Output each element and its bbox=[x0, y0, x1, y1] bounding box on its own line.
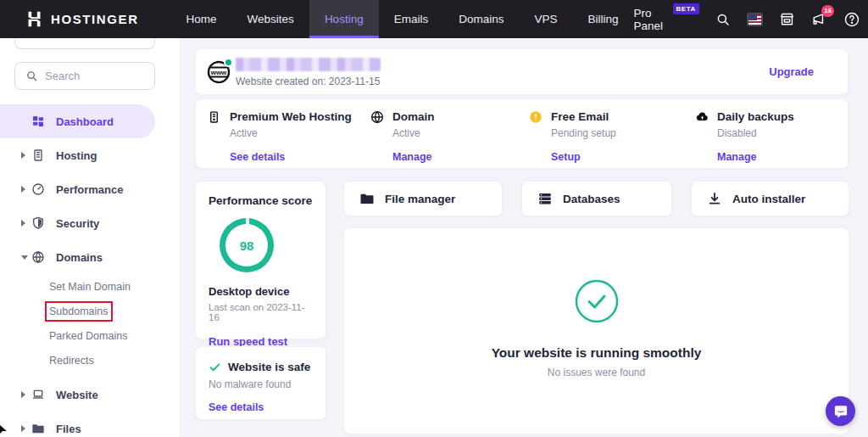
website-header-card: www Website created on: 2023-11-15 Upgra… bbox=[195, 48, 849, 95]
pro-panel-label: Pro Panel bbox=[634, 7, 670, 32]
performance-title: Performance score bbox=[209, 194, 313, 207]
sidebar-item-label: Files bbox=[56, 423, 81, 435]
chevron-right-icon bbox=[21, 186, 25, 193]
check-icon bbox=[209, 361, 221, 373]
sidebar-search-icon bbox=[25, 70, 38, 82]
performance-score-card: Performance score 98 Desktop device Last… bbox=[195, 181, 326, 339]
service-email: Free Email Pending setup Setup bbox=[529, 110, 616, 163]
manage-domain-link[interactable]: Manage bbox=[392, 151, 435, 163]
search-icon[interactable] bbox=[715, 11, 731, 28]
sidebar-subitem-redirects[interactable]: Redirects bbox=[0, 348, 180, 373]
sidebar-item-website[interactable]: Website bbox=[0, 378, 180, 412]
website-health-card: Your website is running smoothly No issu… bbox=[343, 227, 849, 434]
sidebar-item-files[interactable]: Files bbox=[0, 412, 180, 437]
file-manager-card[interactable]: File manager bbox=[343, 181, 503, 216]
manage-backups-link[interactable]: Manage bbox=[717, 151, 794, 163]
subitem-label: Redirects bbox=[49, 355, 94, 367]
health-subtitle: No issues were found bbox=[344, 367, 849, 378]
chat-icon bbox=[833, 404, 849, 419]
services-status-card: Premium Web Hosting Active See details D… bbox=[195, 98, 849, 169]
brand-name: HOSTINGER bbox=[51, 12, 139, 26]
nav-item-hosting[interactable]: Hosting bbox=[309, 0, 379, 38]
sidebar: Search Dashboard Hosting bbox=[0, 38, 181, 437]
top-navbar: HOSTINGER Home Websites Hosting Emails D… bbox=[0, 0, 868, 38]
live-chat-button[interactable] bbox=[826, 396, 855, 426]
website-selector-cutoff[interactable] bbox=[14, 38, 155, 49]
database-icon bbox=[537, 191, 553, 206]
nav-right-controls: Pro Panel BETA 16 bbox=[634, 0, 868, 38]
service-name: Daily backups bbox=[717, 110, 794, 123]
sidebar-subitem-parked-domains[interactable]: Parked Domains bbox=[0, 323, 180, 348]
chevron-right-icon bbox=[21, 425, 25, 432]
www-globe-icon: www bbox=[205, 59, 232, 86]
performance-score-value: 98 bbox=[220, 218, 274, 272]
nav-item-billing[interactable]: Billing bbox=[572, 0, 633, 38]
service-status: Active bbox=[392, 127, 435, 139]
chevron-right-icon bbox=[21, 220, 25, 227]
redacted-domain-name bbox=[236, 58, 381, 71]
mouse-cursor bbox=[0, 422, 8, 437]
sidebar-item-label: Dashboard bbox=[56, 115, 114, 128]
service-domain: Domain Active Manage bbox=[370, 110, 435, 163]
safety-subtitle: No malware found bbox=[209, 378, 313, 390]
download-icon bbox=[707, 191, 722, 206]
sidebar-item-label: Performance bbox=[56, 183, 123, 196]
svg-text:www: www bbox=[210, 69, 227, 76]
nav-menu: Home Websites Hosting Emails Domains VPS… bbox=[171, 0, 634, 38]
nav-item-emails[interactable]: Emails bbox=[379, 0, 444, 38]
hostinger-logo[interactable]: HOSTINGER bbox=[0, 0, 171, 38]
sidebar-item-hosting[interactable]: Hosting bbox=[0, 138, 180, 172]
sidebar-menu: Dashboard Hosting Performance bbox=[0, 104, 180, 437]
auto-installer-label: Auto installer bbox=[732, 193, 805, 205]
safety-see-details-link[interactable]: See details bbox=[209, 401, 313, 413]
warning-icon bbox=[529, 110, 543, 124]
sidebar-item-label: Hosting bbox=[56, 149, 97, 162]
see-details-link[interactable]: See details bbox=[230, 151, 352, 163]
help-icon[interactable] bbox=[843, 11, 860, 28]
performance-last-scan: Last scan on 2023-11-16 bbox=[209, 302, 313, 322]
sidebar-subitem-set-main-domain[interactable]: Set Main Domain bbox=[0, 274, 180, 299]
sidebar-subitem-subdomains[interactable]: Subdomains bbox=[0, 299, 180, 323]
website-safety-card: Website is safe No malware found See det… bbox=[195, 346, 326, 420]
health-title: Your website is running smoothly bbox=[344, 345, 849, 361]
chevron-right-icon bbox=[21, 152, 25, 159]
megaphone-icon[interactable]: 16 bbox=[811, 11, 827, 28]
sidebar-item-performance[interactable]: Performance bbox=[0, 172, 180, 206]
sidebar-item-label: Security bbox=[56, 217, 99, 230]
nav-item-domains[interactable]: Domains bbox=[443, 0, 519, 38]
folder-icon bbox=[31, 422, 46, 435]
subitem-label: Set Main Domain bbox=[49, 281, 131, 293]
sidebar-item-security[interactable]: Security bbox=[0, 206, 180, 240]
folder-icon bbox=[359, 191, 375, 206]
nav-item-vps[interactable]: VPS bbox=[519, 0, 572, 38]
laptop-icon bbox=[31, 388, 46, 401]
dashboard-icon bbox=[31, 115, 46, 128]
service-name: Free Email bbox=[551, 110, 609, 123]
setup-email-link[interactable]: Setup bbox=[551, 151, 616, 163]
sidebar-item-domains[interactable]: Domains bbox=[0, 240, 180, 274]
site-online-dot bbox=[224, 58, 233, 67]
service-hosting: Premium Web Hosting Active See details bbox=[208, 110, 352, 163]
safety-title: Website is safe bbox=[228, 361, 310, 373]
store-icon[interactable] bbox=[779, 11, 795, 28]
website-created-date: Website created on: 2023-11-15 bbox=[236, 76, 380, 87]
upgrade-link[interactable]: Upgrade bbox=[769, 65, 814, 78]
sidebar-search-input[interactable]: Search bbox=[14, 62, 155, 90]
nav-item-websites[interactable]: Websites bbox=[232, 0, 309, 38]
sidebar-item-dashboard[interactable]: Dashboard bbox=[0, 104, 155, 138]
auto-installer-card[interactable]: Auto installer bbox=[691, 181, 849, 216]
databases-card[interactable]: Databases bbox=[521, 181, 672, 216]
chevron-down-icon bbox=[21, 255, 28, 260]
shield-icon bbox=[31, 216, 46, 230]
globe-icon bbox=[31, 250, 46, 264]
success-check-icon bbox=[575, 279, 619, 327]
nav-item-home[interactable]: Home bbox=[171, 0, 232, 38]
us-flag-icon[interactable] bbox=[747, 13, 764, 26]
service-status: Pending setup bbox=[551, 127, 616, 139]
service-status: Active bbox=[230, 127, 352, 139]
service-name: Domain bbox=[392, 110, 435, 123]
pro-panel-link[interactable]: Pro Panel BETA bbox=[634, 7, 699, 32]
hostinger-hpanel: HOSTINGER Home Websites Hosting Emails D… bbox=[0, 0, 868, 437]
sidebar-item-label: Domains bbox=[56, 251, 103, 264]
performance-donut-chart: 98 bbox=[220, 218, 274, 272]
